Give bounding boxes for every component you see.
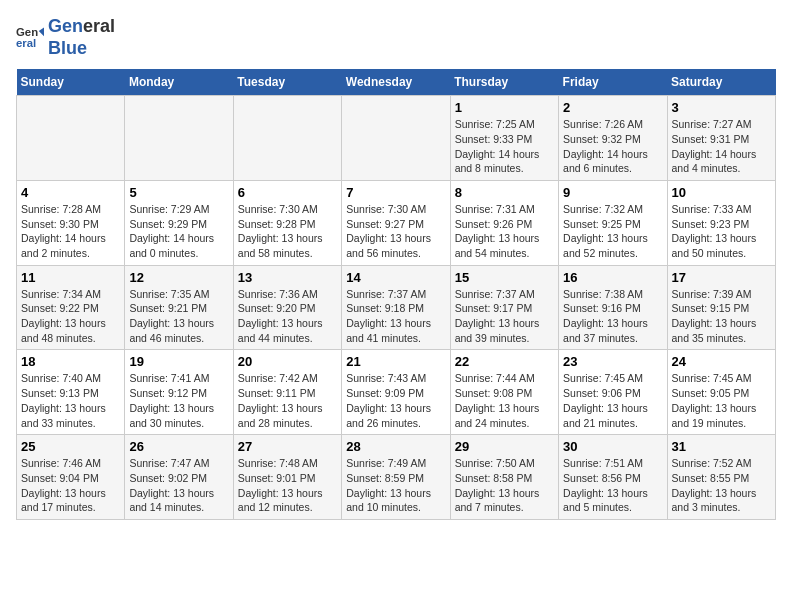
- day-number: 19: [129, 354, 228, 369]
- column-header-wednesday: Wednesday: [342, 69, 450, 96]
- day-number: 2: [563, 100, 662, 115]
- day-number: 17: [672, 270, 771, 285]
- day-info: Sunrise: 7:40 AM Sunset: 9:13 PM Dayligh…: [21, 371, 120, 430]
- day-number: 29: [455, 439, 554, 454]
- calendar-week-4: 18Sunrise: 7:40 AM Sunset: 9:13 PM Dayli…: [17, 350, 776, 435]
- day-info: Sunrise: 7:37 AM Sunset: 9:17 PM Dayligh…: [455, 287, 554, 346]
- calendar-cell: 1Sunrise: 7:25 AM Sunset: 9:33 PM Daylig…: [450, 96, 558, 181]
- day-number: 31: [672, 439, 771, 454]
- day-info: Sunrise: 7:36 AM Sunset: 9:20 PM Dayligh…: [238, 287, 337, 346]
- day-number: 20: [238, 354, 337, 369]
- day-number: 1: [455, 100, 554, 115]
- day-number: 30: [563, 439, 662, 454]
- day-info: Sunrise: 7:28 AM Sunset: 9:30 PM Dayligh…: [21, 202, 120, 261]
- column-header-saturday: Saturday: [667, 69, 775, 96]
- day-info: Sunrise: 7:48 AM Sunset: 9:01 PM Dayligh…: [238, 456, 337, 515]
- calendar-cell: 29Sunrise: 7:50 AM Sunset: 8:58 PM Dayli…: [450, 435, 558, 520]
- day-number: 6: [238, 185, 337, 200]
- calendar-cell: 11Sunrise: 7:34 AM Sunset: 9:22 PM Dayli…: [17, 265, 125, 350]
- calendar-cell: [17, 96, 125, 181]
- day-info: Sunrise: 7:33 AM Sunset: 9:23 PM Dayligh…: [672, 202, 771, 261]
- day-info: Sunrise: 7:41 AM Sunset: 9:12 PM Dayligh…: [129, 371, 228, 430]
- day-number: 23: [563, 354, 662, 369]
- day-number: 18: [21, 354, 120, 369]
- calendar-header: SundayMondayTuesdayWednesdayThursdayFrid…: [17, 69, 776, 96]
- calendar-cell: 5Sunrise: 7:29 AM Sunset: 9:29 PM Daylig…: [125, 180, 233, 265]
- day-number: 22: [455, 354, 554, 369]
- calendar-cell: 7Sunrise: 7:30 AM Sunset: 9:27 PM Daylig…: [342, 180, 450, 265]
- day-number: 8: [455, 185, 554, 200]
- calendar-cell: 22Sunrise: 7:44 AM Sunset: 9:08 PM Dayli…: [450, 350, 558, 435]
- svg-marker-2: [39, 27, 44, 36]
- day-number: 11: [21, 270, 120, 285]
- calendar-week-1: 1Sunrise: 7:25 AM Sunset: 9:33 PM Daylig…: [17, 96, 776, 181]
- day-number: 12: [129, 270, 228, 285]
- day-info: Sunrise: 7:34 AM Sunset: 9:22 PM Dayligh…: [21, 287, 120, 346]
- calendar-cell: 17Sunrise: 7:39 AM Sunset: 9:15 PM Dayli…: [667, 265, 775, 350]
- calendar-week-3: 11Sunrise: 7:34 AM Sunset: 9:22 PM Dayli…: [17, 265, 776, 350]
- calendar-cell: 31Sunrise: 7:52 AM Sunset: 8:55 PM Dayli…: [667, 435, 775, 520]
- logo-icon: Gen eral: [16, 24, 44, 52]
- calendar-cell: 2Sunrise: 7:26 AM Sunset: 9:32 PM Daylig…: [559, 96, 667, 181]
- calendar-cell: 28Sunrise: 7:49 AM Sunset: 8:59 PM Dayli…: [342, 435, 450, 520]
- day-info: Sunrise: 7:27 AM Sunset: 9:31 PM Dayligh…: [672, 117, 771, 176]
- calendar-cell: 23Sunrise: 7:45 AM Sunset: 9:06 PM Dayli…: [559, 350, 667, 435]
- day-number: 10: [672, 185, 771, 200]
- day-info: Sunrise: 7:37 AM Sunset: 9:18 PM Dayligh…: [346, 287, 445, 346]
- column-header-thursday: Thursday: [450, 69, 558, 96]
- day-info: Sunrise: 7:35 AM Sunset: 9:21 PM Dayligh…: [129, 287, 228, 346]
- day-number: 28: [346, 439, 445, 454]
- calendar-cell: 4Sunrise: 7:28 AM Sunset: 9:30 PM Daylig…: [17, 180, 125, 265]
- day-number: 5: [129, 185, 228, 200]
- calendar-cell: 20Sunrise: 7:42 AM Sunset: 9:11 PM Dayli…: [233, 350, 341, 435]
- header: Gen eral General Blue: [16, 16, 776, 59]
- day-info: Sunrise: 7:42 AM Sunset: 9:11 PM Dayligh…: [238, 371, 337, 430]
- calendar-week-5: 25Sunrise: 7:46 AM Sunset: 9:04 PM Dayli…: [17, 435, 776, 520]
- day-number: 24: [672, 354, 771, 369]
- calendar-cell: 25Sunrise: 7:46 AM Sunset: 9:04 PM Dayli…: [17, 435, 125, 520]
- day-info: Sunrise: 7:44 AM Sunset: 9:08 PM Dayligh…: [455, 371, 554, 430]
- day-info: Sunrise: 7:43 AM Sunset: 9:09 PM Dayligh…: [346, 371, 445, 430]
- day-number: 4: [21, 185, 120, 200]
- day-info: Sunrise: 7:49 AM Sunset: 8:59 PM Dayligh…: [346, 456, 445, 515]
- calendar-cell: 13Sunrise: 7:36 AM Sunset: 9:20 PM Dayli…: [233, 265, 341, 350]
- calendar-cell: 15Sunrise: 7:37 AM Sunset: 9:17 PM Dayli…: [450, 265, 558, 350]
- logo: Gen eral General Blue: [16, 16, 115, 59]
- column-header-monday: Monday: [125, 69, 233, 96]
- calendar-cell: [342, 96, 450, 181]
- calendar-cell: 12Sunrise: 7:35 AM Sunset: 9:21 PM Dayli…: [125, 265, 233, 350]
- day-number: 25: [21, 439, 120, 454]
- day-info: Sunrise: 7:30 AM Sunset: 9:27 PM Dayligh…: [346, 202, 445, 261]
- calendar-cell: 6Sunrise: 7:30 AM Sunset: 9:28 PM Daylig…: [233, 180, 341, 265]
- calendar-cell: 21Sunrise: 7:43 AM Sunset: 9:09 PM Dayli…: [342, 350, 450, 435]
- calendar-cell: 24Sunrise: 7:45 AM Sunset: 9:05 PM Dayli…: [667, 350, 775, 435]
- calendar-week-2: 4Sunrise: 7:28 AM Sunset: 9:30 PM Daylig…: [17, 180, 776, 265]
- calendar-table: SundayMondayTuesdayWednesdayThursdayFrid…: [16, 69, 776, 520]
- day-number: 15: [455, 270, 554, 285]
- svg-text:eral: eral: [16, 36, 36, 48]
- day-info: Sunrise: 7:51 AM Sunset: 8:56 PM Dayligh…: [563, 456, 662, 515]
- day-number: 14: [346, 270, 445, 285]
- day-info: Sunrise: 7:45 AM Sunset: 9:05 PM Dayligh…: [672, 371, 771, 430]
- column-header-friday: Friday: [559, 69, 667, 96]
- day-number: 7: [346, 185, 445, 200]
- calendar-cell: 18Sunrise: 7:40 AM Sunset: 9:13 PM Dayli…: [17, 350, 125, 435]
- day-info: Sunrise: 7:39 AM Sunset: 9:15 PM Dayligh…: [672, 287, 771, 346]
- day-info: Sunrise: 7:46 AM Sunset: 9:04 PM Dayligh…: [21, 456, 120, 515]
- day-number: 26: [129, 439, 228, 454]
- logo-text: General Blue: [48, 16, 115, 59]
- day-info: Sunrise: 7:30 AM Sunset: 9:28 PM Dayligh…: [238, 202, 337, 261]
- day-number: 9: [563, 185, 662, 200]
- calendar-cell: [125, 96, 233, 181]
- day-info: Sunrise: 7:38 AM Sunset: 9:16 PM Dayligh…: [563, 287, 662, 346]
- calendar-cell: 27Sunrise: 7:48 AM Sunset: 9:01 PM Dayli…: [233, 435, 341, 520]
- calendar-cell: 9Sunrise: 7:32 AM Sunset: 9:25 PM Daylig…: [559, 180, 667, 265]
- day-number: 27: [238, 439, 337, 454]
- calendar-cell: 14Sunrise: 7:37 AM Sunset: 9:18 PM Dayli…: [342, 265, 450, 350]
- day-info: Sunrise: 7:50 AM Sunset: 8:58 PM Dayligh…: [455, 456, 554, 515]
- calendar-cell: 30Sunrise: 7:51 AM Sunset: 8:56 PM Dayli…: [559, 435, 667, 520]
- column-header-tuesday: Tuesday: [233, 69, 341, 96]
- day-info: Sunrise: 7:47 AM Sunset: 9:02 PM Dayligh…: [129, 456, 228, 515]
- calendar-cell: 19Sunrise: 7:41 AM Sunset: 9:12 PM Dayli…: [125, 350, 233, 435]
- day-info: Sunrise: 7:25 AM Sunset: 9:33 PM Dayligh…: [455, 117, 554, 176]
